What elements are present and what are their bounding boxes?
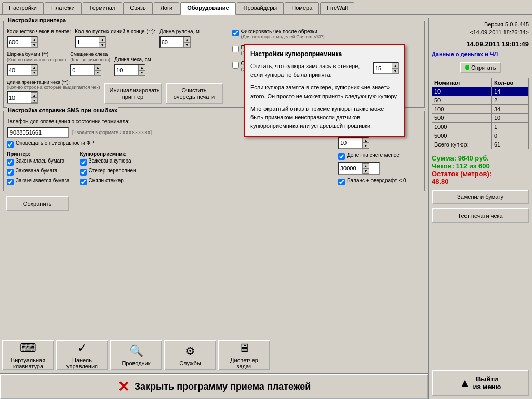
- sms-settings-title: Настройка отправки SMS при ошибках: [7, 107, 118, 113]
- presentation-down[interactable]: ▼: [31, 98, 38, 103]
- presentation-up[interactable]: ▲: [31, 92, 38, 98]
- receipt-length-input[interactable]: [115, 66, 138, 74]
- task-manager-button[interactable]: 🖥 Диспетчер задач: [218, 340, 270, 370]
- printer-checks: Принтер: Закончилась бумага Зажевана бум…: [7, 151, 70, 188]
- billacceptor-popup: Настройки купюроприемника Считать, что к…: [244, 44, 405, 137]
- virtual-keyboard-button[interactable]: ⌨ Виртуальная клавиатура: [2, 340, 54, 370]
- offset-left-input[interactable]: [71, 66, 94, 74]
- receipts-count-down[interactable]: ▼: [31, 42, 38, 47]
- explorer-icon: 🔍: [129, 344, 143, 358]
- receipt-length-up[interactable]: ▲: [138, 65, 145, 70]
- tab-firewall[interactable]: FireWall: [320, 2, 354, 14]
- roll-length-field: Длина рулона, м ▲ ▼: [159, 29, 200, 48]
- clear-queue-button[interactable]: Очистить очередь печати: [166, 83, 223, 104]
- account-less-down[interactable]: ▼: [362, 168, 369, 174]
- test-print-button[interactable]: Тест печати чека: [432, 208, 529, 223]
- tab-equipment[interactable]: Оборудование: [180, 2, 235, 15]
- replace-paper-button[interactable]: Заменили бумагу: [432, 190, 529, 204]
- account-less-input[interactable]: [339, 164, 362, 172]
- sim-less-input[interactable]: [339, 139, 362, 147]
- empty-lines-up[interactable]: ▲: [99, 37, 106, 42]
- presentation-field: Длина презентации чека (**):(Кол-во стро…: [7, 79, 100, 104]
- money-table-row[interactable]: 10034: [432, 104, 529, 113]
- popup-row1: Считать, что купюра замялась в стекере, …: [250, 62, 399, 79]
- sim-less-down[interactable]: ▼: [362, 143, 369, 148]
- col-count: Кол-во: [491, 78, 528, 87]
- paper-ending-checkbox[interactable]: [7, 179, 14, 185]
- money-table-row[interactable]: 10001: [432, 122, 529, 131]
- reset-printer-checkbox[interactable]: [232, 62, 239, 69]
- tab-payments[interactable]: Платежи: [45, 2, 82, 14]
- close-program-button[interactable]: ✕ Закрыть программу приема платежей: [0, 374, 428, 399]
- popup-down[interactable]: ▼: [392, 68, 399, 73]
- paper-width-input[interactable]: [8, 66, 31, 74]
- paper-width-down[interactable]: ▼: [31, 70, 38, 75]
- green-dot-icon: [465, 65, 470, 70]
- services-button[interactable]: ⚙ Службы: [164, 340, 216, 370]
- phone-input[interactable]: [7, 127, 69, 138]
- col-nominal: Номинал: [432, 78, 492, 87]
- receipts-line: Чеков: 112 из 600: [432, 162, 529, 170]
- offset-left-down[interactable]: ▼: [94, 70, 101, 75]
- roll-length-up[interactable]: ▲: [183, 37, 191, 42]
- tab-connection[interactable]: Связь: [123, 2, 152, 14]
- control-panel-icon: ✓: [77, 341, 87, 355]
- roll-length-down[interactable]: ▼: [183, 42, 191, 47]
- paper-jammed-checkbox[interactable]: [7, 169, 14, 176]
- data-title: Данные о деньгах и ЧЛ: [432, 51, 529, 57]
- paper-ending-row: Заканчивается бумага: [7, 178, 70, 185]
- exit-button[interactable]: ▲ Выйти из меню: [432, 370, 529, 396]
- tab-terminal[interactable]: Терминал: [83, 2, 123, 14]
- paper-end-checkbox[interactable]: [7, 159, 14, 166]
- fix-check-checkbox[interactable]: [232, 30, 239, 36]
- offset-left-field: Смещение слева(Кол-во символов) ▲ ▼: [70, 51, 110, 76]
- receipts-count-up[interactable]: ▲: [31, 37, 38, 42]
- account-less-checkbox[interactable]: [338, 153, 345, 160]
- balance-row: Баланс + овердрафт < 0: [338, 178, 421, 185]
- money-table-row[interactable]: Всего купюр:61: [432, 140, 529, 149]
- tab-settings[interactable]: Настройки: [2, 2, 44, 14]
- offset-left-up[interactable]: ▲: [94, 65, 101, 70]
- hide-button[interactable]: Спрятать: [460, 62, 501, 73]
- explorer-button[interactable]: 🔍 Проводник: [110, 340, 162, 370]
- receipt-length-down[interactable]: ▼: [138, 70, 145, 75]
- popup-value-input[interactable]: [374, 64, 392, 72]
- tab-numbers[interactable]: Номера: [285, 2, 319, 14]
- absorb-prev-checkbox[interactable]: [232, 46, 239, 52]
- money-table-row[interactable]: 50000: [432, 131, 529, 140]
- printer-settings-title: Настройки принтера: [7, 18, 67, 23]
- tab-providers[interactable]: Провайдеры: [237, 2, 284, 14]
- fix-check-row: Фиксировать чек после обрезки (Для некот…: [232, 29, 364, 39]
- stacker-full-checkbox[interactable]: [80, 169, 87, 176]
- sim-less-up[interactable]: ▲: [362, 138, 369, 143]
- paper-end-row: Закончилась бумага: [7, 158, 70, 166]
- popup-up[interactable]: ▲: [392, 63, 399, 68]
- receipt-length-field: Длина чека, см ▲ ▼: [114, 57, 151, 76]
- control-panel-button[interactable]: ✓ Панель управления: [56, 340, 108, 370]
- paper-width-up[interactable]: ▲: [31, 65, 38, 70]
- receipts-count-input[interactable]: [8, 38, 31, 46]
- bill-checks: Купюроприемник: Зажевана купюра Стекер п…: [80, 151, 136, 188]
- tab-logs[interactable]: Логи: [154, 2, 180, 14]
- presentation-input[interactable]: [8, 94, 31, 102]
- money-table-row[interactable]: 1014: [432, 87, 529, 96]
- notify-fr-row: Оповещать о неисправности ФР: [7, 140, 333, 148]
- money-table-row[interactable]: 502: [432, 96, 529, 104]
- paper-width-field: Ширина бумаги (**):(Кол-во символов в ст…: [7, 51, 66, 76]
- bill-jammed-checkbox[interactable]: [80, 159, 87, 166]
- init-printer-button[interactable]: Инициализировать принтер: [104, 83, 162, 104]
- sum-line: Сумма: 9640 руб.: [432, 154, 529, 162]
- paper-jammed-row: Зажевана бумага: [7, 168, 70, 176]
- close-program-label: Закрыть программу приема платежей: [135, 381, 311, 392]
- money-table-row[interactable]: 50010: [432, 113, 529, 122]
- account-less-up[interactable]: ▲: [362, 163, 369, 168]
- stacker-full-row: Стекер переполнен: [80, 168, 136, 176]
- empty-lines-input[interactable]: [76, 38, 99, 46]
- version-info: Версия 5.0.6.445 <14.09.2011 18:26:34>: [432, 21, 529, 37]
- balance-checkbox[interactable]: [338, 179, 345, 185]
- notify-fr-checkbox[interactable]: [7, 141, 14, 148]
- save-button[interactable]: Сохранить: [6, 196, 69, 211]
- roll-length-input[interactable]: [161, 38, 183, 46]
- stacker-removed-checkbox[interactable]: [80, 179, 87, 185]
- empty-lines-down[interactable]: ▼: [99, 42, 106, 47]
